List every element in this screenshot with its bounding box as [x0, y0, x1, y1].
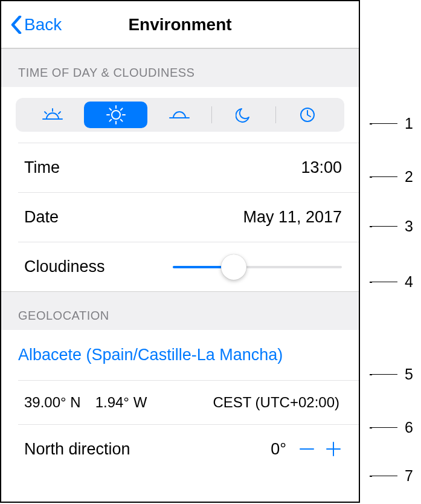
sunset-icon	[169, 109, 190, 121]
environment-panel: Back Environment TIME OF DAY & CLOUDINES…	[0, 0, 360, 503]
navbar: Back Environment	[1, 1, 359, 48]
callout-4: 4	[372, 273, 413, 291]
slider-knob[interactable]	[221, 254, 246, 280]
time-of-day-segmented	[16, 98, 344, 132]
callout-1: 1	[372, 115, 413, 132]
svg-line-9	[109, 108, 111, 110]
section-header-time: TIME OF DAY & CLOUDINESS	[1, 48, 359, 87]
latitude-value: 39.00° N	[24, 394, 81, 411]
svg-line-3	[59, 112, 60, 114]
seg-sunset[interactable]	[147, 102, 211, 128]
cloudiness-label: Cloudiness	[24, 257, 173, 276]
north-label: North direction	[24, 440, 271, 459]
svg-line-10	[121, 120, 123, 121]
back-label: Back	[24, 15, 62, 34]
callout-6: 6	[372, 419, 413, 436]
section-header-geo: GEOLOCATION	[1, 291, 359, 330]
north-value: 0°	[271, 440, 286, 459]
seg-clock[interactable]	[276, 102, 339, 128]
coordinates-row: 39.00° N 1.94° W CEST (UTC+02:00)	[18, 380, 359, 424]
north-increment-button[interactable]	[320, 436, 347, 462]
callout-5: 5	[372, 366, 413, 383]
chevron-left-icon	[11, 16, 22, 34]
time-of-day-segmented-row	[1, 87, 359, 143]
cloudiness-slider[interactable]	[173, 255, 342, 279]
seg-moon[interactable]	[212, 102, 275, 128]
location-value: Albacete (Spain/Castille-La Mancha)	[18, 346, 283, 364]
minus-icon	[298, 440, 316, 458]
svg-point-4	[112, 111, 120, 119]
clock-icon	[300, 107, 315, 123]
time-row[interactable]: Time 13:00	[18, 143, 359, 192]
date-label: Date	[24, 208, 243, 227]
longitude-value: 1.94° W	[95, 394, 147, 411]
svg-line-12	[121, 108, 123, 110]
svg-line-11	[109, 120, 111, 121]
time-value: 13:00	[301, 158, 342, 177]
north-decrement-button[interactable]	[294, 436, 320, 462]
callout-3: 3	[372, 218, 413, 235]
time-label: Time	[24, 158, 301, 177]
back-button[interactable]: Back	[11, 15, 62, 34]
sunrise-icon	[42, 108, 63, 121]
seg-sun[interactable]	[84, 102, 147, 128]
north-direction-row: North direction 0°	[18, 424, 359, 473]
callout-2: 2	[372, 168, 413, 186]
location-row[interactable]: Albacete (Spain/Castille-La Mancha)	[1, 330, 359, 380]
cloudiness-row: Cloudiness	[18, 242, 359, 291]
plus-icon	[324, 440, 342, 458]
moon-icon	[236, 107, 251, 123]
svg-line-2	[45, 112, 47, 114]
date-value: May 11, 2017	[243, 208, 342, 227]
callout-7: 7	[372, 467, 413, 485]
date-row[interactable]: Date May 11, 2017	[18, 192, 359, 242]
seg-sunrise[interactable]	[21, 102, 84, 128]
slider-track	[173, 266, 342, 268]
timezone-value: CEST (UTC+02:00)	[213, 394, 342, 411]
sun-icon	[106, 105, 126, 125]
